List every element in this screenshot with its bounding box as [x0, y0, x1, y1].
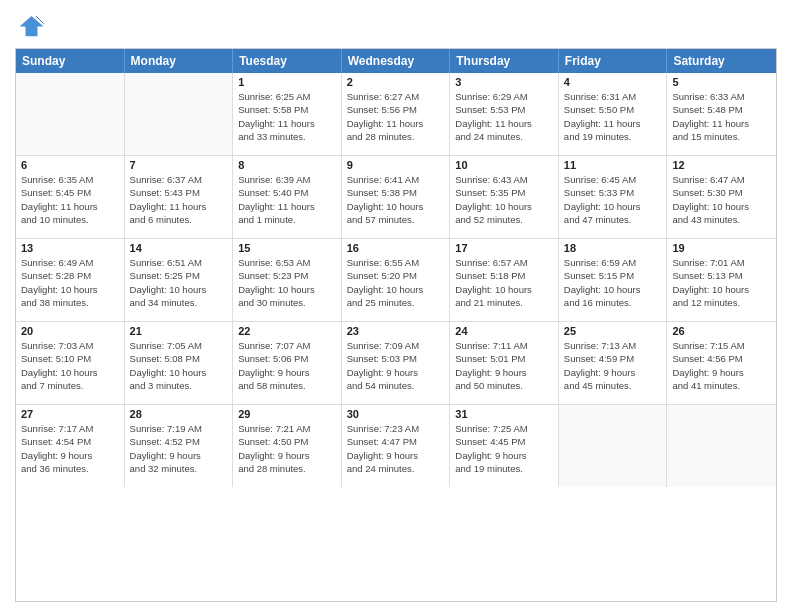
cell-line: Sunrise: 7:13 AM: [564, 339, 662, 352]
cell-line: and 12 minutes.: [672, 296, 771, 309]
cell-line: and 10 minutes.: [21, 213, 119, 226]
day-number: 8: [238, 159, 336, 171]
cell-line: and 21 minutes.: [455, 296, 553, 309]
calendar-cell: 15Sunrise: 6:53 AMSunset: 5:23 PMDayligh…: [233, 239, 342, 321]
calendar-cell: 13Sunrise: 6:49 AMSunset: 5:28 PMDayligh…: [16, 239, 125, 321]
cell-line: Daylight: 11 hours: [672, 117, 771, 130]
day-number: 18: [564, 242, 662, 254]
cell-line: Sunset: 5:28 PM: [21, 269, 119, 282]
day-number: 9: [347, 159, 445, 171]
cell-line: Sunset: 5:30 PM: [672, 186, 771, 199]
cell-line: Sunset: 5:56 PM: [347, 103, 445, 116]
cell-line: Sunrise: 7:21 AM: [238, 422, 336, 435]
day-number: 11: [564, 159, 662, 171]
day-number: 27: [21, 408, 119, 420]
logo-icon: [15, 10, 45, 40]
cell-line: and 36 minutes.: [21, 462, 119, 475]
cell-line: and 30 minutes.: [238, 296, 336, 309]
calendar-cell: 21Sunrise: 7:05 AMSunset: 5:08 PMDayligh…: [125, 322, 234, 404]
cell-line: Daylight: 11 hours: [130, 200, 228, 213]
cell-line: Sunset: 5:33 PM: [564, 186, 662, 199]
cell-line: Daylight: 10 hours: [130, 366, 228, 379]
cell-line: and 38 minutes.: [21, 296, 119, 309]
cell-line: Daylight: 9 hours: [21, 449, 119, 462]
cell-line: Sunrise: 6:25 AM: [238, 90, 336, 103]
cell-line: and 34 minutes.: [130, 296, 228, 309]
cell-line: Sunset: 5:10 PM: [21, 352, 119, 365]
cell-line: Daylight: 10 hours: [347, 200, 445, 213]
cell-line: Sunrise: 6:59 AM: [564, 256, 662, 269]
calendar-header: SundayMondayTuesdayWednesdayThursdayFrid…: [16, 49, 776, 73]
cell-line: Daylight: 10 hours: [238, 283, 336, 296]
cell-line: and 32 minutes.: [130, 462, 228, 475]
cell-line: and 1 minute.: [238, 213, 336, 226]
cell-line: Sunset: 4:45 PM: [455, 435, 553, 448]
cell-line: Sunrise: 7:11 AM: [455, 339, 553, 352]
day-number: 5: [672, 76, 771, 88]
day-number: 16: [347, 242, 445, 254]
cell-line: Daylight: 9 hours: [238, 449, 336, 462]
cell-line: and 24 minutes.: [347, 462, 445, 475]
calendar-cell: 3Sunrise: 6:29 AMSunset: 5:53 PMDaylight…: [450, 73, 559, 155]
cell-line: Sunrise: 7:03 AM: [21, 339, 119, 352]
day-number: 3: [455, 76, 553, 88]
day-number: 25: [564, 325, 662, 337]
calendar-cell: 20Sunrise: 7:03 AMSunset: 5:10 PMDayligh…: [16, 322, 125, 404]
calendar-cell: [559, 405, 668, 487]
cell-line: Daylight: 10 hours: [130, 283, 228, 296]
calendar-cell: 29Sunrise: 7:21 AMSunset: 4:50 PMDayligh…: [233, 405, 342, 487]
cell-line: Sunrise: 6:35 AM: [21, 173, 119, 186]
calendar-cell: 9Sunrise: 6:41 AMSunset: 5:38 PMDaylight…: [342, 156, 451, 238]
day-number: 31: [455, 408, 553, 420]
cell-line: Daylight: 9 hours: [455, 449, 553, 462]
day-number: 28: [130, 408, 228, 420]
day-number: 26: [672, 325, 771, 337]
cell-line: Sunrise: 6:33 AM: [672, 90, 771, 103]
cell-line: Sunset: 4:54 PM: [21, 435, 119, 448]
day-number: 15: [238, 242, 336, 254]
cell-line: Daylight: 10 hours: [21, 283, 119, 296]
calendar-cell: 25Sunrise: 7:13 AMSunset: 4:59 PMDayligh…: [559, 322, 668, 404]
calendar-cell: 27Sunrise: 7:17 AMSunset: 4:54 PMDayligh…: [16, 405, 125, 487]
cell-line: Sunset: 5:58 PM: [238, 103, 336, 116]
cell-line: Daylight: 10 hours: [455, 200, 553, 213]
cell-line: Sunrise: 7:19 AM: [130, 422, 228, 435]
cell-line: Sunrise: 7:15 AM: [672, 339, 771, 352]
calendar-header-cell: Friday: [559, 49, 668, 73]
cell-line: and 41 minutes.: [672, 379, 771, 392]
calendar-cell: 18Sunrise: 6:59 AMSunset: 5:15 PMDayligh…: [559, 239, 668, 321]
cell-line: Sunrise: 7:07 AM: [238, 339, 336, 352]
day-number: 17: [455, 242, 553, 254]
cell-line: and 28 minutes.: [347, 130, 445, 143]
cell-line: and 45 minutes.: [564, 379, 662, 392]
calendar-row: 13Sunrise: 6:49 AMSunset: 5:28 PMDayligh…: [16, 239, 776, 322]
cell-line: Daylight: 10 hours: [21, 366, 119, 379]
cell-line: Sunrise: 6:29 AM: [455, 90, 553, 103]
cell-line: Sunrise: 6:55 AM: [347, 256, 445, 269]
calendar-header-cell: Saturday: [667, 49, 776, 73]
cell-line: Sunrise: 6:53 AM: [238, 256, 336, 269]
cell-line: Sunset: 5:08 PM: [130, 352, 228, 365]
day-number: 13: [21, 242, 119, 254]
cell-line: Sunset: 4:52 PM: [130, 435, 228, 448]
calendar-body: 1Sunrise: 6:25 AMSunset: 5:58 PMDaylight…: [16, 73, 776, 487]
cell-line: Sunset: 5:13 PM: [672, 269, 771, 282]
calendar-cell: 17Sunrise: 6:57 AMSunset: 5:18 PMDayligh…: [450, 239, 559, 321]
calendar-row: 27Sunrise: 7:17 AMSunset: 4:54 PMDayligh…: [16, 405, 776, 487]
calendar-cell: 16Sunrise: 6:55 AMSunset: 5:20 PMDayligh…: [342, 239, 451, 321]
cell-line: Daylight: 9 hours: [347, 366, 445, 379]
day-number: 14: [130, 242, 228, 254]
calendar-cell: 12Sunrise: 6:47 AMSunset: 5:30 PMDayligh…: [667, 156, 776, 238]
cell-line: Daylight: 11 hours: [238, 200, 336, 213]
day-number: 12: [672, 159, 771, 171]
calendar-cell: 1Sunrise: 6:25 AMSunset: 5:58 PMDaylight…: [233, 73, 342, 155]
cell-line: Sunset: 5:18 PM: [455, 269, 553, 282]
cell-line: Daylight: 9 hours: [672, 366, 771, 379]
calendar-header-cell: Sunday: [16, 49, 125, 73]
header: [15, 10, 777, 40]
cell-line: Daylight: 11 hours: [347, 117, 445, 130]
calendar-row: 20Sunrise: 7:03 AMSunset: 5:10 PMDayligh…: [16, 322, 776, 405]
cell-line: Sunrise: 6:47 AM: [672, 173, 771, 186]
day-number: 10: [455, 159, 553, 171]
cell-line: Sunrise: 6:57 AM: [455, 256, 553, 269]
